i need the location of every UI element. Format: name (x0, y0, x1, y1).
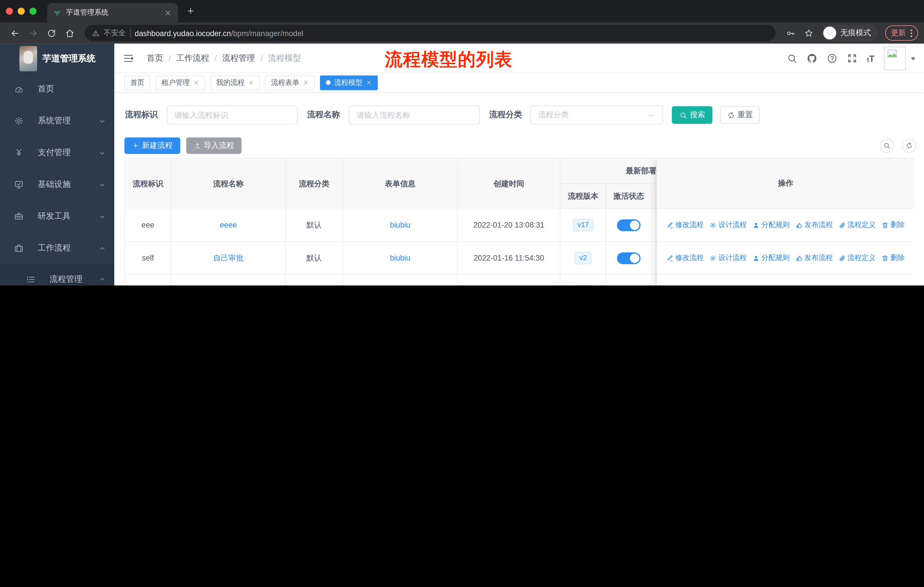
filter-category-select[interactable]: 流程分类 (530, 106, 663, 124)
action-design-link[interactable]: 设计流程 (710, 253, 747, 263)
sidebar-item-label: 系统管理 (38, 116, 71, 126)
process-mgmt-icon (26, 274, 43, 284)
cell-form[interactable]: /bpm/oa/leave/create (343, 275, 458, 286)
new-tab-button[interactable] (186, 7, 195, 15)
action-definition-link[interactable]: 流程定义 (839, 220, 876, 230)
cell-active[interactable] (606, 242, 652, 275)
show-search-toggle-button[interactable] (880, 139, 894, 152)
browser-tab[interactable]: 芋道管理系统 (47, 3, 178, 22)
action-edit-link[interactable]: 修改流程 (667, 253, 704, 263)
action-design-link[interactable]: 设计流程 (710, 220, 747, 230)
sidebar-item-4[interactable]: 研发工具 (0, 201, 114, 232)
fullscreen-icon[interactable] (847, 53, 858, 64)
cell-version[interactable]: v2 (561, 242, 606, 275)
cell-active[interactable] (606, 275, 652, 286)
search-button[interactable]: 搜索 (672, 106, 712, 124)
home-icon[interactable] (65, 28, 75, 38)
filter-name-input[interactable] (349, 106, 480, 124)
sidebar-item-1[interactable]: 系统管理 (0, 105, 114, 137)
action-edit-link[interactable]: 修改流程 (667, 220, 704, 230)
form-link: biubiu (390, 220, 410, 229)
cell-version[interactable]: v17 (561, 209, 606, 241)
sidebar-item-5[interactable]: 工作流程 (0, 232, 114, 264)
cell-active[interactable] (606, 209, 652, 241)
create-process-button[interactable]: 新建流程 (124, 137, 180, 154)
zoom-window-button[interactable] (30, 8, 37, 15)
app-logo[interactable]: 芋道管理系统 (0, 43, 114, 73)
cell-form[interactable]: biubiu (343, 209, 458, 241)
cell-version[interactable]: v5 (561, 275, 606, 286)
cell-category: 默认 (286, 242, 343, 275)
font-size-icon[interactable]: tT (867, 53, 874, 63)
action-delete-link[interactable]: 删除 (882, 253, 904, 263)
minimize-window-button[interactable] (18, 8, 25, 15)
cell-name[interactable]: eeee (172, 209, 286, 241)
close-icon[interactable] (303, 80, 309, 86)
column-header-active: 激活状态 (606, 184, 652, 209)
collapse-sidebar-icon[interactable] (122, 53, 134, 63)
main-area: 首页/工作流程/流程管理/流程模型 流程模型的列表 tT 首页租户管理我的流程流… (114, 43, 924, 285)
chevron-down-icon[interactable] (909, 55, 917, 62)
active-dot (326, 80, 330, 85)
tag-2[interactable]: 我的流程 (210, 75, 260, 90)
close-icon[interactable] (193, 80, 200, 86)
cell-name[interactable]: 自己审批 (172, 242, 286, 275)
github-icon[interactable] (807, 53, 817, 64)
sidebar-item-2[interactable]: 支付管理 (0, 137, 114, 169)
edit-icon (667, 222, 674, 229)
definition-icon (839, 222, 846, 229)
help-icon[interactable] (827, 53, 838, 64)
action-publish-link[interactable]: 发布流程 (795, 253, 833, 263)
filter-id-input[interactable] (167, 106, 298, 124)
sidebar-item-3[interactable]: 基础设施 (0, 169, 114, 200)
action-publish-link[interactable]: 发布流程 (795, 220, 833, 230)
tag-1[interactable]: 租户管理 (155, 75, 205, 90)
version-badge: v17 (573, 219, 594, 231)
browser-menu-icon[interactable] (911, 29, 912, 37)
refresh-table-button[interactable] (902, 139, 916, 152)
reset-button[interactable]: 重置 (720, 106, 760, 124)
active-toggle[interactable] (617, 285, 640, 286)
search-icon[interactable] (787, 53, 797, 64)
tag-0[interactable]: 首页 (124, 75, 150, 90)
fixed-actions-column: 操作修改流程设计流程分配规则发布流程流程定义删除修改流程设计流程分配规则发布流程… (657, 159, 914, 285)
active-toggle[interactable] (617, 219, 640, 231)
close-window-button[interactable] (6, 8, 13, 15)
version-badge: v5 (574, 285, 591, 286)
app-title: 芋道管理系统 (42, 53, 96, 64)
sidebar-item-0[interactable]: 首页 (0, 73, 114, 105)
forward-icon[interactable] (28, 28, 38, 38)
import-process-button[interactable]: 导入流程 (186, 137, 241, 154)
cell-form[interactable]: biubiu (343, 242, 458, 275)
url-text[interactable]: dashboard.yudao.iocoder.cn/bpm/manager/m… (135, 29, 303, 38)
chrome-update-button[interactable]: 更新 (885, 25, 918, 40)
breadcrumb-item-1[interactable]: 工作流程 (176, 53, 209, 63)
assign-icon (752, 222, 760, 229)
tab-strip: 芋道管理系统 (0, 0, 924, 22)
tag-3[interactable]: 流程表单 (265, 75, 315, 90)
bookmark-star-icon[interactable] (804, 28, 814, 38)
cell-name[interactable]: OA 请假 (172, 275, 286, 286)
action-assign-link[interactable]: 分配规则 (752, 253, 790, 263)
breadcrumb-item-0[interactable]: 首页 (147, 53, 163, 63)
address-bar[interactable]: 不安全 dashboard.yudao.iocoder.cn/bpm/manag… (85, 25, 776, 41)
sidebar-item-6[interactable]: 流程管理 (0, 264, 114, 286)
reload-icon[interactable] (47, 28, 57, 38)
action-definition-link[interactable]: 流程定义 (839, 253, 876, 263)
action-assign-link[interactable]: 分配规则 (752, 220, 790, 230)
breadcrumb-item-2[interactable]: 流程管理 (222, 53, 255, 63)
design-icon (710, 255, 717, 262)
tab-close-icon[interactable] (164, 8, 172, 17)
column-header-id: 流程标识 (125, 159, 172, 209)
close-icon[interactable] (366, 80, 372, 86)
avatar[interactable] (884, 47, 906, 70)
tag-4[interactable]: 流程模型 (320, 75, 378, 90)
close-icon[interactable] (248, 80, 254, 86)
key-icon[interactable] (785, 28, 796, 38)
filter-name-label: 流程名称 (307, 110, 340, 121)
action-delete-link[interactable]: 删除 (882, 220, 904, 230)
row-actions-1: 修改流程设计流程分配规则发布流程流程定义删除 (657, 242, 914, 275)
window-controls[interactable] (6, 8, 37, 15)
back-icon[interactable] (10, 28, 20, 38)
active-toggle[interactable] (617, 252, 640, 264)
